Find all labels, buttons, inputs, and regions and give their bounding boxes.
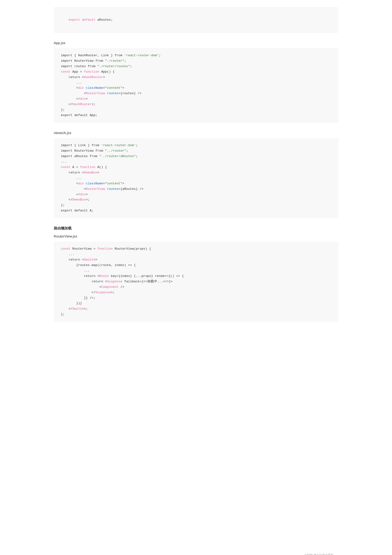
lazy-loading-section: 路由懒加载 RouterView.jsx const RouterView = … [54, 226, 338, 322]
views-a-jsx-section: views/A.jsx import { Link } from 'react-… [54, 130, 338, 218]
app-jsx-code: import { HashRouter, Link } from 'react-… [54, 48, 338, 123]
top-export-code: export default aRoutes; [54, 7, 338, 33]
views-a-jsx-code: import { Link } from 'react-router-dom';… [54, 138, 338, 218]
page-container: export default aRoutes; App.jsx import {… [54, 7, 338, 555]
code-text: aRoutes; [95, 18, 113, 22]
views-a-jsx-title: views/A.jsx [54, 130, 338, 136]
keyword-default: default [82, 18, 96, 22]
app-jsx-title: App.jsx [54, 40, 338, 46]
keyword-export: export [69, 18, 82, 22]
watermark: CSDN @小白学计算机 [305, 553, 334, 555]
router-view-jsx-code: const RouterView = function RouterView(p… [54, 241, 338, 322]
router-view-jsx-title: RouterView.jsx [54, 234, 338, 239]
app-jsx-section: App.jsx import { HashRouter, Link } from… [54, 40, 338, 123]
lazy-loading-title: 路由懒加载 [54, 226, 338, 231]
